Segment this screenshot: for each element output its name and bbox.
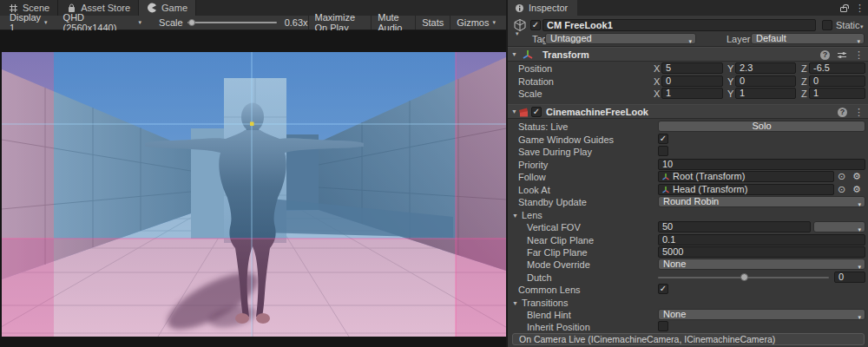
near-clip-row: Near Clip Plane 0.1 <box>508 234 868 246</box>
save-during-play-row: Save During Play <box>508 146 868 158</box>
look-at-row: Look At Head (Transform) ⊙ ⚙ <box>508 184 868 196</box>
lock-icon[interactable] <box>840 7 847 12</box>
inherit-position-checkbox[interactable] <box>658 321 668 331</box>
scale-z-field[interactable]: 1 <box>809 88 865 99</box>
cinemachine-header[interactable]: ▼ ✓ CinemachineFreeLook ? ⋮ <box>508 104 868 119</box>
kebab-menu-icon[interactable]: ⋮ <box>854 107 864 118</box>
display-dropdown[interactable]: Display 1 ▾ <box>4 16 53 29</box>
static-checkbox[interactable] <box>822 20 832 30</box>
game-toolbar: Display 1 ▾ QHD (2560x1440) ▾ Scale 0.63… <box>0 16 506 30</box>
transform-icon <box>661 173 670 181</box>
static-flags-dropdown[interactable]: ▾ <box>860 23 864 30</box>
scale-value: 0.63x <box>285 17 308 28</box>
mode-override-dropdown[interactable]: None ▾ <box>658 259 865 270</box>
cinemachine-icon <box>517 107 529 120</box>
standby-update-dropdown[interactable]: Round Robin ▾ <box>658 196 865 207</box>
soft-zone-overlay <box>54 52 456 239</box>
static-label: Static <box>836 20 860 30</box>
fov-preset-dropdown[interactable]: ▾ <box>813 221 865 232</box>
dutch-slider[interactable] <box>658 277 829 278</box>
transitions-foldout-row[interactable]: ▼ Transitions <box>508 297 868 309</box>
scale-slider-knob[interactable] <box>188 19 195 26</box>
position-z-field[interactable]: -6.5 <box>809 62 865 74</box>
kebab-menu-icon[interactable]: ⋮ <box>855 3 865 14</box>
gameobject-header: ▾ ✓ CM FreeLook1 Static ▾ Tag Untagged ▾… <box>508 16 868 47</box>
follow-object-field[interactable]: Root (Transform) <box>658 171 834 182</box>
rotation-row: Rotation X 0 Y 0 Z 0 <box>508 75 868 88</box>
scale-y-field[interactable]: 1 <box>735 88 796 99</box>
game-window-guides-checkbox[interactable]: ✓ <box>658 134 668 144</box>
game-render <box>2 52 506 337</box>
foldout-icon[interactable]: ▼ <box>512 300 518 306</box>
mute-audio-button[interactable]: Mute Audio <box>371 16 415 29</box>
vertical-fov-field[interactable]: 50 <box>658 221 811 232</box>
gear-icon[interactable]: ⚙ <box>852 184 861 195</box>
near-clip-field[interactable]: 0.1 <box>658 234 865 246</box>
object-picker-icon[interactable]: ⊙ <box>838 184 845 195</box>
foldout-icon[interactable]: ▼ <box>511 108 517 115</box>
help-icon[interactable]: ? <box>838 108 847 117</box>
tag-dropdown[interactable]: Untagged ▾ <box>545 33 696 44</box>
on-camera-live-event-box: On Camera Live (ICinemachineCamera, ICin… <box>512 333 865 345</box>
chevron-down-icon: ▾ <box>858 200 861 207</box>
foldout-icon[interactable]: ▼ <box>511 51 517 57</box>
inherit-position-row: Inherit Position <box>508 321 868 333</box>
gameobject-enabled-checkbox[interactable]: ✓ <box>530 20 541 30</box>
preset-icon[interactable] <box>837 50 847 60</box>
tab-inspector[interactable]: Inspector <box>508 0 577 16</box>
common-lens-checkbox[interactable]: ✓ <box>658 284 668 294</box>
lens-foldout-row[interactable]: ▼ Lens <box>508 209 868 221</box>
common-lens-row: Common Lens ✓ <box>508 284 868 296</box>
look-at-object-field[interactable]: Head (Transform) <box>658 184 834 195</box>
stats-button[interactable]: Stats <box>415 16 450 29</box>
foldout-icon[interactable]: ▼ <box>512 213 518 219</box>
scale-x-field[interactable]: 1 <box>661 88 723 99</box>
dutch-slider-knob[interactable] <box>740 273 748 281</box>
game-viewport[interactable] <box>0 30 506 347</box>
layer-dropdown[interactable]: Default ▾ <box>751 33 865 44</box>
maximize-on-play-button[interactable]: Maximize On Play <box>308 16 372 29</box>
chevron-down-icon: ▾ <box>858 312 861 320</box>
save-during-play-checkbox[interactable] <box>658 146 668 156</box>
tab-game[interactable]: Game <box>139 0 196 16</box>
hard-zone-bottom <box>2 239 506 337</box>
status-row: Status: Live Solo <box>508 121 868 133</box>
gear-icon[interactable]: ⚙ <box>852 171 861 182</box>
follow-row: Follow Root (Transform) ⊙ ⚙ <box>508 171 868 183</box>
rotation-y-field[interactable]: 0 <box>735 75 796 87</box>
component-enabled-checkbox[interactable]: ✓ <box>531 107 542 117</box>
priority-field[interactable]: 10 <box>658 159 865 170</box>
help-icon[interactable]: ? <box>820 50 830 60</box>
chevron-down-icon: ▾ <box>858 225 861 232</box>
rotation-z-field[interactable]: 0 <box>809 75 865 87</box>
game-window-guides-row: Game Window Guides ✓ <box>508 134 868 146</box>
position-row: Position X 5 Y 2.3 Z -6.5 <box>508 62 868 75</box>
resolution-dropdown[interactable]: QHD (2560x1440) ▾ <box>58 16 148 29</box>
scale-slider[interactable] <box>187 22 277 23</box>
gameobject-name-field[interactable]: CM FreeLook1 <box>542 19 816 31</box>
dutch-field[interactable]: 0 <box>834 272 865 283</box>
game-panel: Scene Asset Store Game Display 1 ▾ QHD (… <box>0 0 506 347</box>
transform-icon <box>661 186 670 194</box>
vertical-fov-row: Vertical FOV 50 ▾ <box>508 221 868 233</box>
inspector-icon <box>514 3 524 13</box>
solo-button[interactable]: Solo <box>658 121 865 132</box>
cinemachine-title: CinemachineFreeLook <box>546 107 648 117</box>
inspector-panel: Inspector ⋮ ▾ ✓ CM FreeLook1 Static ▾ Ta… <box>508 0 868 347</box>
rotation-x-field[interactable]: 0 <box>661 75 723 87</box>
object-picker-icon[interactable]: ⊙ <box>838 171 845 182</box>
position-x-field[interactable]: 5 <box>661 62 723 74</box>
gizmos-dropdown[interactable]: Gizmos ▾ <box>450 16 502 29</box>
kebab-menu-icon[interactable]: ⋮ <box>854 49 864 61</box>
standby-update-row: Standby Update Round Robin ▾ <box>508 196 868 208</box>
transform-header[interactable]: ▼ Transform ? ⋮ <box>508 47 868 62</box>
position-y-field[interactable]: 2.3 <box>735 62 796 74</box>
tab-game-label: Game <box>161 3 187 13</box>
game-icon <box>147 3 157 13</box>
blend-hint-dropdown[interactable]: None ▾ <box>658 309 865 320</box>
far-clip-field[interactable]: 5000 <box>658 246 865 258</box>
scale-row: Scale X 1 Y 1 Z 1 <box>508 88 868 100</box>
gameobject-icon-dropdown[interactable]: ▾ <box>516 30 519 37</box>
blend-hint-row: Blend Hint None ▾ <box>508 309 868 321</box>
tracking-target-dot <box>250 122 254 127</box>
